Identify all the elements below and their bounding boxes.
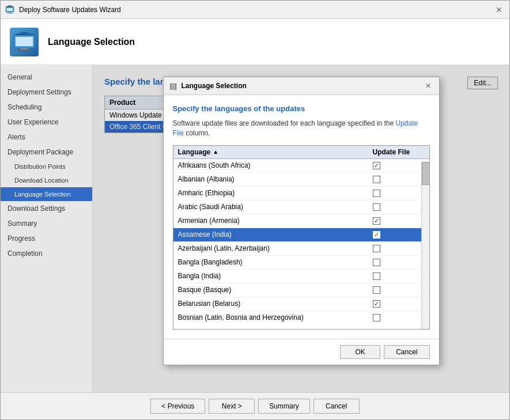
- lang-row-afrikaans[interactable]: Afrikaans (South Africa): [173, 159, 429, 173]
- lang-row-belarusian[interactable]: Belarusian (Belarus): [173, 297, 429, 311]
- svg-rect-1: [7, 8, 13, 11]
- modal-icon: ▤: [169, 81, 177, 90]
- sidebar-item-summary[interactable]: Summary: [1, 216, 92, 231]
- checkbox-bangla-bd[interactable]: [373, 259, 380, 266]
- lang-row-armenian[interactable]: Armenian (Armenia): [173, 214, 429, 228]
- checkbox-belarusian[interactable]: [373, 300, 380, 308]
- svg-rect-6: [16, 37, 33, 46]
- lang-check[interactable]: [373, 203, 425, 211]
- svg-marker-4: [5, 5, 14, 7]
- checkbox-armenian[interactable]: [373, 217, 380, 225]
- previous-button[interactable]: < Previous: [150, 399, 205, 414]
- language-column-header: Language ▲: [178, 148, 373, 156]
- modal-cancel-button[interactable]: Cancel: [384, 345, 429, 359]
- lang-row-arabic[interactable]: Arabic (Saudi Arabia): [173, 200, 429, 214]
- checkbox-bosnian[interactable]: [373, 314, 380, 321]
- scrollbar-thumb[interactable]: [422, 162, 430, 185]
- lang-row-albanian[interactable]: Albanian (Albania): [173, 173, 429, 187]
- lang-row-azerbaijani[interactable]: Azerbaijani (Latin, Azerbaijan): [173, 242, 429, 256]
- modal-close-button[interactable]: ✕: [423, 81, 433, 91]
- language-table-header: Language ▲ Update File: [173, 146, 429, 159]
- lang-check[interactable]: [373, 286, 425, 294]
- lang-check[interactable]: [373, 217, 425, 225]
- language-table: Language ▲ Update File Afrikaans (South …: [173, 145, 430, 330]
- checkbox-azerbaijani[interactable]: [373, 245, 380, 252]
- modal-description-text: Software update files are downloaded for…: [173, 119, 394, 127]
- modal-description-end: column.: [186, 129, 210, 137]
- modal-overlay: ▤ Language Selection ✕ Specify the langu…: [93, 65, 509, 392]
- modal-ok-button[interactable]: OK: [340, 345, 380, 359]
- sidebar-item-progress[interactable]: Progress: [1, 231, 92, 246]
- lang-check[interactable]: [373, 176, 425, 183]
- lang-check[interactable]: [373, 300, 425, 308]
- sidebar-item-user-experience[interactable]: User Experience: [1, 115, 92, 130]
- sidebar-item-alerts[interactable]: Alerts: [1, 130, 92, 145]
- sidebar-item-scheduling[interactable]: Scheduling: [1, 100, 92, 115]
- lang-row-bangla-in[interactable]: Bangla (India): [173, 270, 429, 283]
- lang-name: Arabic (Saudi Arabia): [178, 203, 373, 211]
- sidebar-item-language-selection[interactable]: Language Selection: [1, 187, 92, 201]
- lang-row-bangla-bd[interactable]: Bangla (Bangladesh): [173, 256, 429, 270]
- lang-name: Amharic (Ethiopia): [178, 189, 373, 197]
- svg-rect-3: [7, 13, 13, 13]
- sidebar-item-download-location[interactable]: Download Location: [1, 173, 92, 187]
- sidebar-item-completion[interactable]: Completion: [1, 246, 92, 261]
- sidebar-item-general[interactable]: General: [1, 70, 92, 85]
- lang-name: Afrikaans (South Africa): [178, 161, 373, 169]
- checkbox-albanian[interactable]: [373, 176, 380, 183]
- modal-title-bar: ▤ Language Selection ✕: [164, 77, 439, 95]
- checkbox-arabic[interactable]: [373, 203, 380, 211]
- scrollbar-track: [421, 162, 429, 329]
- lang-check[interactable]: [373, 162, 425, 169]
- sort-arrow-icon: ▲: [213, 149, 218, 155]
- checkbox-amharic[interactable]: [373, 190, 380, 197]
- cancel-button[interactable]: Cancel: [313, 399, 360, 414]
- checkbox-bangla-in[interactable]: [373, 273, 380, 280]
- lang-check[interactable]: [373, 231, 425, 239]
- checkbox-basque[interactable]: [373, 286, 380, 294]
- lang-name: Bangla (Bangladesh): [178, 258, 373, 266]
- modal-subtitle: Specify the languages of the updates: [173, 104, 430, 113]
- svg-rect-8: [17, 50, 31, 51]
- lang-row-assamese[interactable]: Assamese (India): [173, 228, 429, 242]
- wizard-footer: < Previous Next > Summary Cancel: [1, 392, 509, 419]
- sidebar-item-deployment-package[interactable]: Deployment Package: [1, 145, 92, 160]
- wizard-window: Deploy Software Updates Wizard ✕ Languag…: [0, 0, 510, 420]
- lang-check[interactable]: [373, 314, 425, 321]
- title-bar: Deploy Software Updates Wizard ✕: [1, 1, 509, 19]
- svg-marker-9: [13, 32, 36, 35]
- modal-footer: OK Cancel: [164, 339, 439, 365]
- sidebar-item-distribution-points[interactable]: Distribution Points: [1, 160, 92, 173]
- lang-name: Basque (Basque): [178, 286, 373, 294]
- lang-row-basque[interactable]: Basque (Basque): [173, 283, 429, 297]
- wizard-body: GeneralDeployment SettingsSchedulingUser…: [1, 65, 509, 392]
- lang-name: Albanian (Albania): [178, 175, 373, 183]
- language-col-label: Language: [178, 148, 211, 156]
- update-file-column-header: Update File: [373, 148, 425, 156]
- sidebar: GeneralDeployment SettingsSchedulingUser…: [1, 65, 93, 392]
- lang-check[interactable]: [373, 273, 425, 280]
- modal-body: Specify the languages of the updates Sof…: [164, 95, 439, 339]
- lang-name: Bosnian (Latin, Bosnia and Herzegovina): [178, 313, 373, 321]
- next-button[interactable]: Next >: [209, 399, 255, 414]
- modal-description: Software update files are downloaded for…: [173, 119, 430, 138]
- language-selection-modal: ▤ Language Selection ✕ Specify the langu…: [163, 77, 440, 365]
- sidebar-item-download-settings[interactable]: Download Settings: [1, 201, 92, 216]
- lang-check[interactable]: [373, 245, 425, 252]
- summary-button[interactable]: Summary: [258, 399, 309, 414]
- lang-row-amharic[interactable]: Amharic (Ethiopia): [173, 187, 429, 200]
- lang-name: Assamese (India): [178, 230, 373, 239]
- lang-check[interactable]: [373, 259, 425, 266]
- modal-title-text: Language Selection: [182, 82, 418, 90]
- sidebar-item-deployment-settings[interactable]: Deployment Settings: [1, 85, 92, 100]
- window-close-button[interactable]: ✕: [493, 4, 505, 16]
- lang-row-bosnian[interactable]: Bosnian (Latin, Bosnia and Herzegovina): [173, 311, 429, 324]
- checkbox-assamese[interactable]: [373, 231, 380, 239]
- wizard-icon: [5, 5, 14, 14]
- checkbox-afrikaans[interactable]: [373, 162, 380, 169]
- title-bar-text: Deploy Software Updates Wizard: [19, 6, 489, 14]
- lang-name: Azerbaijani (Latin, Azerbaijan): [178, 244, 373, 252]
- language-table-body: Afrikaans (South Africa) Albanian (Alban…: [173, 159, 429, 324]
- lang-check[interactable]: [373, 190, 425, 197]
- lang-name: Bangla (India): [178, 272, 373, 280]
